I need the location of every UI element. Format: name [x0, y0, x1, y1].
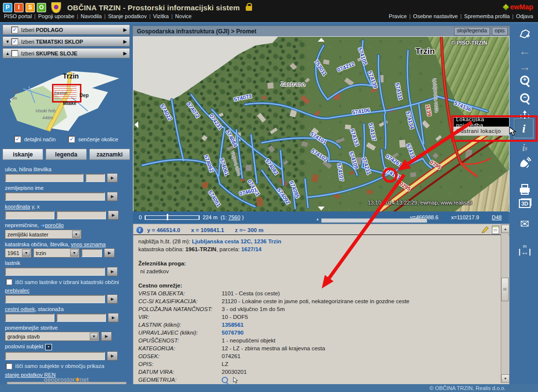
- housenumber-input[interactable]: [85, 174, 105, 182]
- cadastre-select[interactable]: zemljiški kataster▼: [5, 230, 81, 239]
- road-search-button[interactable]: ▶: [108, 313, 119, 322]
- pan-down-icon[interactable]: [318, 207, 325, 210]
- overview-extent-button[interactable]: [519, 28, 531, 39]
- resident-search-button[interactable]: ▶: [107, 294, 118, 304]
- resident-input[interactable]: [5, 295, 105, 303]
- parcel-search-button[interactable]: ▶: [104, 248, 115, 258]
- location-query-button[interactable]: i: [514, 119, 534, 138]
- collapse-icon[interactable]: ▼: [5, 39, 11, 44]
- option-shading[interactable]: senčenje okolice: [68, 136, 118, 143]
- services-search-button[interactable]: ▶: [101, 332, 112, 341]
- menu-item[interactable]: Pogoji uporabe: [38, 13, 75, 19]
- tab-iskanje[interactable]: iskanje: [2, 149, 43, 160]
- layer-bar-podlago[interactable]: Izberi PODLAGO ▶: [2, 25, 130, 35]
- tab-legenda[interactable]: legenda: [46, 149, 86, 160]
- menu-item[interactable]: Stanje podatkov: [108, 13, 147, 19]
- placename-input[interactable]: [5, 192, 105, 201]
- coord-y-input[interactable]: [5, 211, 54, 219]
- prebivalec-link[interactable]: prebivalec: [5, 287, 29, 293]
- print-button[interactable]: [518, 183, 531, 195]
- checkbox[interactable]: [68, 136, 75, 143]
- 3d-view-button[interactable]: 3D: [519, 199, 531, 208]
- map-viewport[interactable]: TrzinZastrano© PISO-TRZIN13.10.2014 13:2…: [133, 36, 510, 212]
- menu-item[interactable]: PISO portal: [4, 13, 32, 19]
- back-button[interactable]: ←: [519, 44, 531, 58]
- overview-map[interactable]: TrzinZareberDepMlakeVisoki hrib446molje0…: [10, 71, 123, 131]
- menu-item[interactable]: Osebne nastavitve: [413, 13, 458, 19]
- cestni-odsek-link[interactable]: cestni odsek: [5, 306, 35, 312]
- menu-item-lokacijska-poizvedba[interactable]: Lokacijska poizvedba: [454, 118, 510, 127]
- parcel-input[interactable]: [81, 249, 102, 257]
- scroll-down-icon[interactable]: ▼: [501, 374, 510, 383]
- layer-checkbox[interactable]: [11, 50, 18, 57]
- attribute-value-link[interactable]: 1358561: [222, 321, 244, 329]
- checkbox[interactable]: [14, 136, 21, 143]
- scale-line[interactable]: [145, 215, 200, 220]
- expand-arrow-icon[interactable]: ▶: [123, 51, 127, 56]
- pan-left-icon[interactable]: [134, 121, 138, 128]
- subject-info-icon[interactable]: ▪: [45, 344, 52, 350]
- group-query-button[interactable]: ig: [522, 142, 528, 154]
- menu-item[interactable]: Sprememba profila: [464, 13, 510, 19]
- dropdown-icon[interactable]: ▼: [70, 249, 78, 257]
- expand-arrow-icon[interactable]: ▶: [123, 27, 127, 32]
- stationing-input[interactable]: [56, 314, 106, 322]
- email-button[interactable]: ✉: [520, 218, 529, 231]
- zoom-out-button[interactable]: −: [520, 93, 530, 103]
- menu-item[interactable]: Navodila: [81, 13, 102, 19]
- dropdown-icon[interactable]: ▼: [90, 333, 98, 340]
- gps-button[interactable]: [518, 157, 531, 170]
- magnifier-icon[interactable]: [222, 377, 228, 383]
- measure-button[interactable]: m↔: [519, 244, 531, 256]
- panel-splitter-grip[interactable]: [321, 218, 427, 223]
- owner-filter-checkbox[interactable]: [6, 279, 12, 285]
- cursor-select-icon[interactable]: [233, 377, 238, 384]
- option-detailed-mode[interactable]: detajlni način: [14, 136, 55, 143]
- street-input[interactable]: [5, 174, 83, 182]
- menu-item[interactable]: Novice: [175, 13, 192, 19]
- scale-ratio-link[interactable]: 7560: [229, 214, 240, 220]
- datum-link[interactable]: D48: [492, 214, 502, 220]
- placename-search-button[interactable]: ▶: [107, 192, 118, 201]
- scroll-thumb[interactable]: [501, 278, 509, 301]
- scroll-up-icon[interactable]: ▲: [501, 225, 510, 233]
- pencil-icon[interactable]: [481, 226, 489, 234]
- opis-button[interactable]: opis: [492, 27, 508, 35]
- nearest-address-link[interactable]: Ljubljanska cesta 12C, 1236 Trzin: [192, 238, 281, 244]
- forward-button[interactable]: →: [519, 60, 531, 74]
- ko-name-select[interactable]: trzin▼: [33, 248, 79, 258]
- business-search-button[interactable]: ▶: [107, 351, 118, 361]
- owner-search-button[interactable]: ▶: [107, 267, 118, 276]
- dropdown-icon[interactable]: ▼: [72, 231, 80, 238]
- layer-checkbox[interactable]: [11, 26, 18, 33]
- pan-up-icon[interactable]: [318, 38, 325, 42]
- expand-arrow-icon[interactable]: ▶: [123, 39, 127, 44]
- services-select[interactable]: gradnja stavb▼: [5, 332, 99, 341]
- parcel-link[interactable]: 1627/14: [241, 246, 262, 252]
- collapse-icon[interactable]: ▲: [5, 51, 11, 56]
- zoom-in-button[interactable]: +: [520, 76, 530, 85]
- menu-item[interactable]: Vizitka: [153, 13, 169, 19]
- vnos-seznama-link[interactable]: vnos seznama: [71, 241, 106, 247]
- tab-zaznamki[interactable]: zaznamki: [89, 149, 130, 160]
- scale-thumb[interactable]: [167, 214, 168, 220]
- road-section-input[interactable]: [5, 314, 54, 322]
- layer-checkbox[interactable]: [11, 38, 18, 45]
- subject-filter-checkbox[interactable]: [6, 363, 12, 369]
- menu-item[interactable]: Pravice: [389, 13, 407, 19]
- owner-input[interactable]: [5, 267, 105, 276]
- attribute-value-link[interactable]: 5076790: [222, 329, 244, 337]
- street-search-button[interactable]: ▶: [107, 173, 118, 183]
- ko-number-select[interactable]: 1961▼: [5, 248, 31, 258]
- layer-bar-skupne-sloje[interactable]: ▲ Izberi SKUPNE SLOJE ▶: [2, 48, 130, 58]
- business-input[interactable]: [5, 352, 105, 360]
- sloji-legenda-button[interactable]: sloji/legenda: [454, 27, 490, 35]
- layer-bar-tematski-sklop[interactable]: ▼ Izberi TEMATSKI SKLOP ▶: [2, 36, 130, 47]
- koordinata-link[interactable]: koordinata: [5, 204, 30, 209]
- notepad-icon[interactable]: [492, 226, 499, 234]
- coord-x-input[interactable]: [56, 211, 106, 219]
- menu-item[interactable]: Odjava: [516, 13, 533, 19]
- porocilo-link[interactable]: poročilo: [45, 222, 64, 228]
- dropdown-icon[interactable]: ▼: [22, 249, 30, 257]
- coord-search-button[interactable]: ▶: [108, 210, 119, 220]
